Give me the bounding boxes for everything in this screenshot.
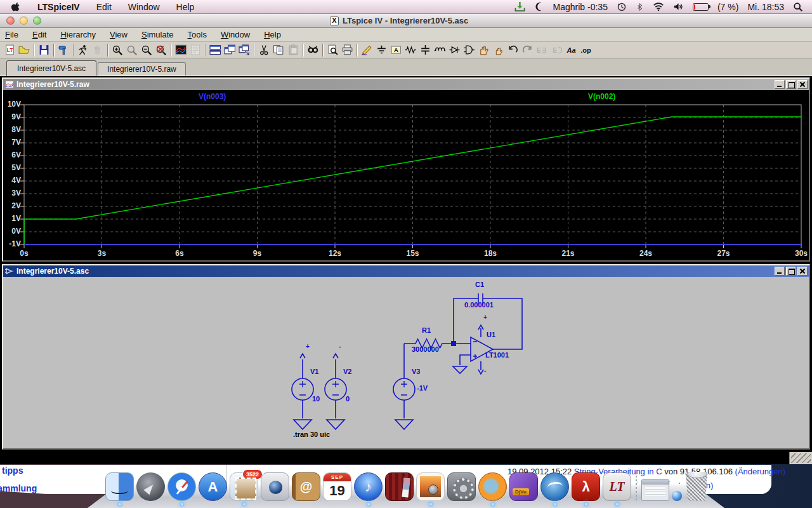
schematic-titlebar[interactable]: Integrierer10V-5.asc [3,265,809,277]
dock-blue-sphere-icon[interactable] [672,491,682,501]
rotate-button[interactable]: E [549,43,564,57]
minimize-traffic-button[interactable] [20,17,28,25]
dock-app-store-icon[interactable]: A [199,472,227,501]
tab-Integrierer10V-5.raw[interactable]: Integrierer10V-5.raw [98,62,186,76]
u1-value[interactable]: LT1001 [485,351,509,359]
dock-ical-icon[interactable]: SEP19 [323,472,351,501]
dock-trash-icon[interactable] [684,472,709,501]
dock-launchpad-icon[interactable] [136,472,165,501]
print-preview-button[interactable] [325,43,340,57]
schematic-maximize-button[interactable] [786,267,796,276]
prayer-moon-icon[interactable] [535,2,544,11]
schematic-canvas[interactable]: C1 0.000001 R1 3000000 U1 LT1001 + - V1 … [3,277,809,448]
cut-button[interactable] [257,43,272,57]
ltspice-titlebar[interactable]: X LTspice IV - Integrierer10V-5.asc [0,14,812,28]
cascade-button[interactable] [223,43,237,57]
dock-firefox-icon[interactable] [478,472,507,501]
dock-mail-icon[interactable]: 3522 [230,472,258,501]
dock-djvu-icon[interactable]: DjVu [509,472,538,501]
dock-ltspice-icon[interactable]: LT [603,472,631,501]
c1-value[interactable]: 0.000001 [464,301,494,309]
halt-button[interactable] [91,43,105,57]
mac-menu-edit[interactable]: Edit [96,2,112,12]
redo-button[interactable] [520,43,535,57]
tab-Integrierer10V-5.asc[interactable]: Integrierer10V-5.asc [6,60,96,76]
menu-simulate[interactable]: Simulate [141,30,174,39]
zoom-back-button[interactable] [125,43,140,57]
component-button[interactable] [462,43,476,57]
inductor-button[interactable] [433,43,447,57]
dock-facetime-icon[interactable] [261,472,289,501]
print-button[interactable] [340,43,355,57]
menu-hierarchy[interactable]: Hierarchy [60,30,96,39]
apple-menu-icon[interactable] [11,2,21,11]
dock-safari-icon[interactable] [167,472,196,501]
net-label-button[interactable]: A [389,43,403,57]
spice-directive-button[interactable]: .op [579,43,593,57]
close-traffic-button[interactable] [6,17,15,25]
trace-label-vn002[interactable]: V(n002) [588,92,615,101]
waveform-plot[interactable]: V(n003) V(n002) 10V9V8V7V6V5V4V3V2V1V0V-… [3,90,809,260]
run-button[interactable] [76,43,91,57]
move-button[interactable] [476,43,491,57]
c1-designator[interactable]: C1 [475,281,484,288]
menu-help[interactable]: Help [264,30,281,39]
dock-finder-icon[interactable] [105,472,134,501]
trace-label-vn003[interactable]: V(n003) [199,92,226,101]
new-schematic-button[interactable]: LT [3,43,17,57]
waveform-maximize-button[interactable] [786,80,796,89]
waveform-close-button[interactable] [797,80,808,89]
menu-tools[interactable]: Tools [188,30,207,39]
u1-designator[interactable]: U1 [487,331,495,338]
wire-button[interactable] [360,43,374,57]
spotlight-icon[interactable] [793,2,803,12]
open-button[interactable] [17,43,32,57]
ground-button[interactable] [374,43,389,57]
v1-value[interactable]: 10 [312,395,320,403]
dock-minimized-window-icon[interactable] [641,479,669,501]
mac-menu-window[interactable]: Window [128,2,160,12]
zoom-out-button[interactable] [140,43,154,57]
resize-grip[interactable] [789,452,812,464]
paste-button[interactable] [286,43,301,57]
v1-net-label[interactable]: + [306,343,310,350]
menu-view[interactable]: View [110,30,128,39]
dock-iphoto-icon[interactable] [416,472,445,501]
zoom-in-button[interactable] [110,43,125,57]
dock-itunes-icon[interactable]: ♪ [354,472,383,501]
time-machine-icon[interactable] [617,2,627,12]
capacitor-button[interactable] [418,43,433,57]
undo-button[interactable] [506,43,520,57]
drag-button[interactable] [491,43,506,57]
save-button[interactable] [37,43,51,57]
mirror-button[interactable]: E∃ [535,43,549,57]
volume-icon[interactable] [673,2,684,11]
dock-adobe-reader-icon[interactable]: λ [572,472,600,501]
zoom-full-extents-button[interactable] [154,43,169,57]
tile-horizontal-button[interactable] [208,43,223,57]
waveform-titlebar[interactable]: Integrierer10V-5.raw [3,79,809,90]
diode-button[interactable] [447,43,462,57]
menu-edit[interactable]: Edit [32,30,46,39]
waveform-pane-button[interactable] [174,43,188,57]
mac-menu-help[interactable]: Help [176,2,195,12]
text-tool-button[interactable]: Aa [564,43,579,57]
webpage-link-tipps[interactable]: tipps [2,465,23,476]
v2-designator[interactable]: V2 [343,368,351,375]
v2-value[interactable]: 0 [346,395,350,403]
dock-address-book-icon[interactable]: @ [292,472,320,501]
copy-button[interactable] [272,43,286,57]
menubar-clock[interactable]: Mi. 18:53 [747,2,784,12]
dock-photo-booth-icon[interactable] [385,472,414,501]
spice-netlist-button[interactable] [188,43,203,57]
wifi-icon[interactable] [653,2,664,11]
tran-directive[interactable]: .tran 30 uic [293,431,330,438]
resistor-button[interactable] [403,43,418,57]
download-icon[interactable] [514,1,526,12]
menu-file[interactable]: File [5,30,18,39]
zoom-traffic-button[interactable] [33,17,41,25]
v3-designator[interactable]: V3 [412,368,420,375]
dock-openoffice-icon[interactable] [540,472,569,501]
v3-value[interactable]: -1V [417,384,428,392]
prayer-time-label[interactable]: Maghrib -0:35 [553,2,608,12]
